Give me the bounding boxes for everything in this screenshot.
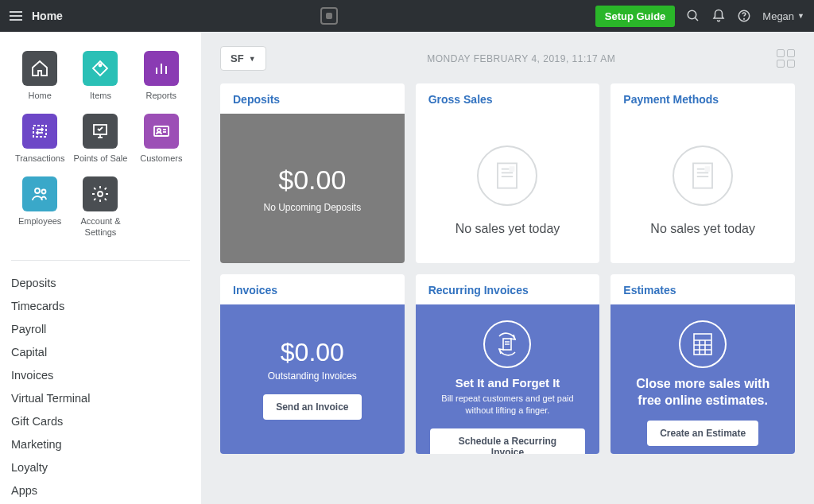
location-dropdown[interactable]: SF ▼: [220, 46, 266, 71]
estimates-icon: [679, 320, 727, 368]
tile-label: Reports: [146, 91, 177, 101]
help-icon[interactable]: [737, 9, 751, 23]
sidebar-tile-transactions[interactable]: Transactions: [11, 110, 68, 170]
card-title: Invoices: [220, 274, 405, 304]
topbar: Home Setup Guide Megan▼: [0, 0, 814, 32]
main-content: SF ▼ MONDAY FEBRUARY 4, 2019, 11:17 AM D…: [201, 32, 814, 504]
sidebar-link-deposits[interactable]: Deposits: [11, 272, 190, 294]
transactions-icon: [22, 114, 57, 149]
svg-point-4: [99, 64, 102, 67]
estimates-heading: Close more sales with free online estima…: [625, 376, 781, 409]
recurring-heading: Set It and Forget It: [455, 376, 560, 390]
sidebar-tile-account-settings[interactable]: Account & Settings: [72, 173, 129, 243]
tile-label: Points of Sale: [74, 153, 128, 164]
svg-point-3: [744, 18, 745, 19]
sidebar-link-loyalty[interactable]: Loyalty: [11, 456, 190, 479]
send-invoice-button[interactable]: Send an Invoice: [263, 394, 361, 420]
estimates-card[interactable]: Estimates Close more sales with free onl…: [610, 274, 795, 454]
chevron-down-icon: ▼: [249, 55, 256, 63]
recurring-icon: [483, 320, 531, 368]
chevron-down-icon: ▼: [797, 12, 804, 20]
card-title: Estimates: [610, 274, 795, 304]
chart-icon: [144, 51, 179, 86]
tile-label: Transactions: [15, 153, 65, 164]
invoices-amount: $0.00: [281, 338, 344, 367]
sidebar-link-virtual-terminal[interactable]: Virtual Terminal: [11, 387, 190, 409]
sidebar-divider: [11, 260, 190, 261]
sidebar-link-payroll[interactable]: Payroll: [11, 318, 190, 340]
sidebar: HomeItemsReportsTransactionsPoints of Sa…: [0, 32, 201, 504]
tile-label: Customers: [140, 153, 182, 164]
svg-rect-8: [33, 126, 46, 137]
recurring-invoices-card[interactable]: Recurring Invoices Set It and Forget It …: [416, 274, 600, 454]
svg-line-1: [696, 17, 699, 21]
sidebar-link-gift-cards[interactable]: Gift Cards: [11, 410, 190, 432]
card-title: Gross Sales: [416, 83, 600, 114]
svg-rect-12: [154, 126, 169, 136]
svg-point-16: [35, 188, 40, 193]
sidebar-tile-items[interactable]: Items: [72, 48, 129, 107]
page-title: Home: [32, 10, 63, 22]
gross-sales-card[interactable]: Gross Sales No sales yet today: [416, 83, 600, 263]
schedule-recurring-button[interactable]: Schedule a Recurring Invoice: [430, 428, 586, 454]
menu-icon[interactable]: [10, 11, 22, 21]
sidebar-link-capital[interactable]: Capital: [11, 341, 190, 363]
svg-point-13: [157, 129, 161, 132]
empty-state-text: No sales yet today: [650, 222, 755, 236]
sidebar-tile-reports[interactable]: Reports: [133, 48, 190, 107]
tag-icon: [83, 51, 118, 86]
bell-icon[interactable]: [711, 9, 726, 23]
people-icon: [22, 176, 57, 211]
pos-icon: [83, 114, 118, 149]
svg-point-0: [688, 10, 697, 19]
invoices-subtitle: Outstanding Invoices: [268, 370, 357, 382]
datetime-label: MONDAY FEBRUARY 4, 2019, 11:17 AM: [266, 53, 777, 64]
gear-icon: [83, 176, 118, 211]
tile-label: Home: [28, 91, 51, 101]
deposits-card[interactable]: Deposits $0.00 No Upcoming Deposits: [220, 83, 405, 263]
setup-guide-button[interactable]: Setup Guide: [595, 6, 676, 27]
search-icon[interactable]: [686, 9, 700, 23]
receipt-icon: [477, 145, 537, 206]
user-menu[interactable]: Megan▼: [762, 10, 804, 22]
tile-label: Employees: [18, 216, 61, 227]
tile-label: Items: [90, 91, 111, 101]
empty-state-text: No sales yet today: [455, 222, 560, 236]
grid-view-icon[interactable]: [777, 49, 795, 68]
sidebar-tile-customers[interactable]: Customers: [133, 110, 190, 170]
location-label: SF: [231, 52, 244, 64]
card-title: Recurring Invoices: [416, 274, 600, 304]
svg-point-17: [42, 190, 46, 194]
receipt-icon: [673, 145, 733, 206]
sidebar-tile-points-of-sale[interactable]: Points of Sale: [72, 110, 129, 170]
create-estimate-button[interactable]: Create an Estimate: [647, 421, 758, 446]
invoices-card[interactable]: Invoices $0.00 Outstanding Invoices Send…: [220, 274, 405, 454]
user-name-label: Megan: [762, 10, 794, 22]
sidebar-link-marketing[interactable]: Marketing: [11, 433, 190, 456]
deposits-subtitle: No Upcoming Deposits: [263, 202, 361, 213]
svg-point-18: [98, 192, 103, 196]
payment-methods-card[interactable]: Payment Methods No sales yet today: [610, 83, 795, 263]
card-title: Deposits: [220, 83, 405, 114]
card-title: Payment Methods: [610, 83, 795, 114]
home-icon: [22, 51, 57, 86]
sidebar-link-apps[interactable]: Apps: [11, 479, 190, 502]
sidebar-tile-employees[interactable]: Employees: [11, 173, 68, 243]
brand-logo[interactable]: [320, 7, 338, 25]
svg-rect-23: [510, 167, 514, 171]
sidebar-link-invoices[interactable]: Invoices: [11, 364, 190, 386]
deposits-amount: $0.00: [278, 165, 346, 196]
svg-rect-32: [694, 334, 711, 355]
svg-rect-28: [706, 167, 710, 171]
tile-label: Account & Settings: [72, 216, 129, 237]
sidebar-link-timecards[interactable]: Timecards: [11, 295, 190, 317]
recurring-desc: Bill repeat customers and get paid witho…: [430, 393, 586, 417]
sidebar-tile-home[interactable]: Home: [11, 48, 68, 107]
idcard-icon: [144, 114, 179, 149]
